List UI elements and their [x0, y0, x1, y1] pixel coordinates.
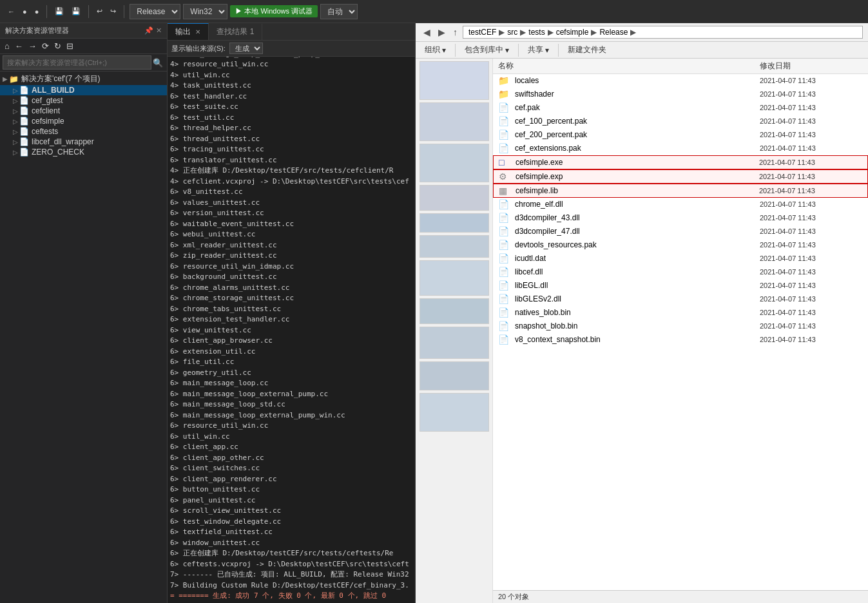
- fe-item-name: d3dcompiler_47.dll: [515, 227, 760, 236]
- toolbar-filter-btn[interactable]: ⊟: [64, 40, 75, 52]
- fe-list-item[interactable]: 📄 cef_extensions.pak 2021-04-07 11:43: [493, 142, 868, 155]
- toolbar-save-btn[interactable]: 💾: [52, 6, 66, 17]
- output-line: 6> client_app_renderer.cc: [170, 474, 412, 485]
- tab-find-results[interactable]: 查找结果 1: [209, 24, 262, 40]
- breadcrumb-part[interactable]: src: [507, 28, 517, 37]
- breadcrumb-sep: ▶: [499, 28, 505, 37]
- toolbar-refresh-btn[interactable]: ↻: [52, 40, 63, 52]
- fe-list-item[interactable]: 📁 swiftshader 2021-04-07 11:43: [493, 88, 868, 101]
- fe-item-date: 2021-04-07 11:43: [760, 241, 863, 249]
- tab-output-label: 输出: [175, 27, 191, 36]
- tree-item-cefsimple[interactable]: ▷ 📄 cefsimple: [0, 116, 167, 126]
- output-line: 6> resource_util_win_idmap.cc: [170, 262, 412, 273]
- output-content[interactable]: 6> stream_unittest.cc4> string_unittest.…: [168, 57, 415, 603]
- tree-item-cef-gtest[interactable]: ▷ 📄 cef_gtest: [0, 95, 167, 106]
- panel-toolbar: ⌂ ← → ⟳ ↻ ⊟: [0, 39, 167, 54]
- breadcrumb-part[interactable]: testCEF: [468, 28, 496, 37]
- fe-item-name: cef_extensions.pak: [515, 144, 760, 153]
- fe-list-item[interactable]: 📄 d3dcompiler_47.dll 2021-04-07 11:43: [493, 225, 868, 238]
- toolbar-sync-btn[interactable]: ⟳: [40, 40, 51, 52]
- fe-back-btn[interactable]: ◀: [421, 26, 433, 39]
- fe-list-item[interactable]: ⚙ cefsimple.exp 2021-04-07 11:43: [493, 169, 868, 184]
- fe-item-icon: 📄: [498, 307, 511, 318]
- tree-item-zero-check[interactable]: ▷ 📄 ZERO_CHECK: [0, 147, 167, 157]
- output-line: 4> cefclient.vcxproj -> D:\Desktop\testC…: [170, 177, 412, 187]
- fe-list-item[interactable]: 📄 libcef.dll 2021-04-07 11:43: [493, 265, 868, 279]
- config-dropdown[interactable]: Release Debug: [130, 4, 180, 19]
- toolbar-save-all-btn[interactable]: 💾: [69, 6, 83, 17]
- toolbar-file-btn[interactable]: ←: [5, 6, 17, 17]
- fe-list-item[interactable]: 📄 chrome_elf.dll 2021-04-07 11:43: [493, 198, 868, 211]
- output-line: 6> main_message_loop.cc: [170, 378, 412, 389]
- fe-item-date: 2021-04-07 11:43: [760, 104, 863, 111]
- fe-item-name: cefsimple.lib: [516, 186, 759, 195]
- fe-list-item[interactable]: 📁 locales 2021-04-07 11:43: [493, 74, 868, 88]
- fe-list-header: 名称 修改日期: [493, 59, 868, 74]
- fe-fwd-btn[interactable]: ▶: [436, 26, 448, 39]
- breadcrumb-sep: ▶: [630, 28, 636, 37]
- fe-list-item[interactable]: 📄 natives_blob.bin 2021-04-07 11:43: [493, 306, 868, 320]
- tab-output[interactable]: 输出 ✕: [168, 23, 209, 40]
- col-date-header[interactable]: 修改日期: [760, 61, 863, 72]
- close-panel-btn[interactable]: ✕: [156, 26, 162, 35]
- breadcrumb-part[interactable]: tests: [528, 28, 545, 37]
- fe-item-icon: 📁: [498, 89, 511, 99]
- output-line: 6> background_unittest.cc: [170, 272, 412, 283]
- fe-new-folder-btn[interactable]: 新建文件夹: [564, 43, 610, 57]
- output-line: 6> resource_util_win.cc: [170, 421, 412, 432]
- output-source-select[interactable]: 生成: [229, 43, 263, 54]
- output-line: 6> button_unittest.cc: [170, 484, 412, 495]
- fe-list-item[interactable]: 📄 cef_100_percent.pak 2021-04-07 11:43: [493, 115, 868, 128]
- solution-explorer-header: 解决方案资源管理器 📌 ✕: [0, 23, 167, 39]
- search-input[interactable]: [3, 55, 151, 70]
- col-name-header[interactable]: 名称: [498, 61, 760, 72]
- fe-list: 📁 locales 2021-04-07 11:43 📁 swiftshader…: [493, 74, 868, 590]
- fe-list-item[interactable]: 📄 cef.pak 2021-04-07 11:43: [493, 101, 868, 115]
- fe-list-item[interactable]: 📄 icudtl.dat 2021-04-07 11:43: [493, 252, 868, 265]
- tab-output-close[interactable]: ✕: [195, 28, 200, 35]
- tree-item-libcef[interactable]: ▷ 📄 libcef_dll_wrapper: [0, 137, 167, 147]
- arrow-icon: ▷: [13, 108, 18, 115]
- toolbar-home-btn[interactable]: ⌂: [3, 40, 12, 52]
- toolbar-back-btn[interactable]: ●: [20, 6, 30, 17]
- fe-thumbnail: [420, 327, 489, 359]
- output-line: 6> client_switches.cc: [170, 463, 412, 474]
- fe-item-name: chrome_elf.dll: [515, 200, 760, 209]
- fe-up-btn[interactable]: ↑: [450, 26, 460, 39]
- fe-list-item[interactable]: 📄 cef_200_percent.pak 2021-04-07 11:43: [493, 128, 868, 142]
- search-btn[interactable]: 🔍: [151, 57, 164, 69]
- fe-toolbar-sep: [455, 44, 456, 57]
- toolbar-back-nav-btn[interactable]: ←: [13, 40, 25, 52]
- fe-list-item[interactable]: 📄 v8_context_snapshot.bin 2021-04-07 11:…: [493, 333, 868, 347]
- toolbar-fwd-btn[interactable]: ●: [32, 6, 42, 17]
- fe-list-item[interactable]: □ cefsimple.exe 2021-04-07 11:43: [493, 155, 868, 169]
- tree-item-all-build[interactable]: ▷ 📄 ALL_BUILD: [0, 85, 167, 95]
- tree-item-cefclient[interactable]: ▷ 📄 cefclient: [0, 106, 167, 116]
- tree-solution-root[interactable]: ▶ 📁 解决方案'cef'(7 个项目): [0, 73, 167, 85]
- pin-btn[interactable]: 📌: [144, 26, 153, 35]
- debug-mode-dropdown[interactable]: 自动: [320, 4, 358, 19]
- toolbar-redo-btn[interactable]: ↪: [108, 6, 119, 17]
- fe-list-item[interactable]: 📄 d3dcompiler_43.dll 2021-04-07 11:43: [493, 211, 868, 225]
- fe-list-item[interactable]: 📄 libGLESv2.dll 2021-04-07 11:43: [493, 292, 868, 306]
- run-btn[interactable]: ▶ 本地 Windows 调试器: [230, 5, 318, 17]
- output-line: 6> client_app.cc: [170, 442, 412, 453]
- platform-dropdown[interactable]: Win32 x64: [183, 4, 227, 19]
- fe-list-item[interactable]: 📄 snapshot_blob.bin 2021-04-07 11:43: [493, 320, 868, 333]
- fe-list-item[interactable]: ▦ cefsimple.lib 2021-04-07 11:43: [493, 184, 868, 198]
- fe-share-btn[interactable]: 共享 ▾: [524, 43, 553, 57]
- toolbar-undo-btn[interactable]: ↩: [94, 6, 105, 17]
- breadcrumb-part[interactable]: cefsimple: [556, 28, 589, 37]
- fe-organize-btn[interactable]: 组织 ▾: [421, 43, 450, 57]
- fe-list-item[interactable]: 📄 devtools_resources.pak 2021-04-07 11:4…: [493, 238, 868, 252]
- tree-item-ceftests[interactable]: ▷ 📄 ceftests: [0, 126, 167, 137]
- output-line: 6> extension_test_handler.cc: [170, 314, 412, 325]
- fe-item-name: cef_100_percent.pak: [515, 117, 760, 126]
- arrow-icon: ▷: [13, 97, 18, 104]
- breadcrumb-part[interactable]: Release: [599, 28, 628, 37]
- fe-list-item[interactable]: 📄 libEGL.dll 2021-04-07 11:43: [493, 279, 868, 292]
- output-line: 6> chrome_storage_unittest.cc: [170, 293, 412, 304]
- fe-include-library-btn[interactable]: 包含到库中 ▾: [461, 43, 513, 57]
- output-line: 6> textfield_unittest.cc: [170, 527, 412, 538]
- toolbar-fwd-nav-btn[interactable]: →: [26, 40, 39, 52]
